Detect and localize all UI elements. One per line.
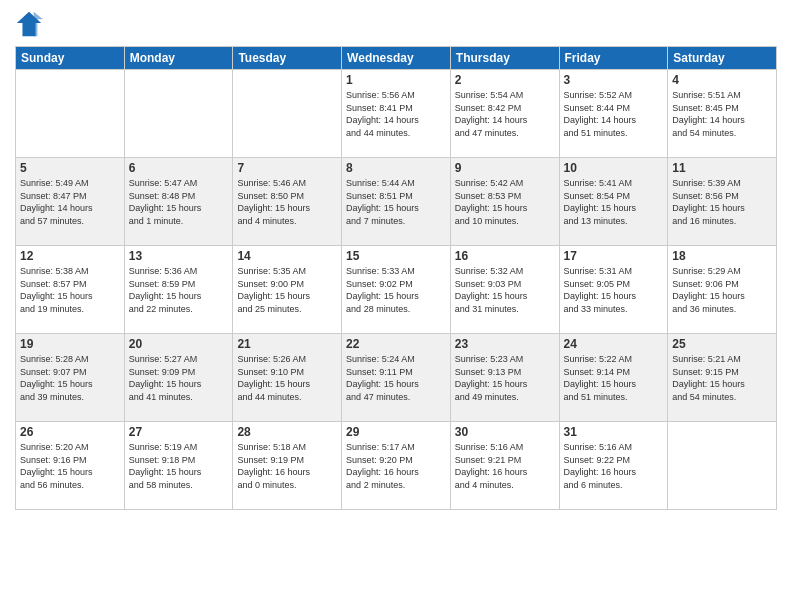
- calendar-cell: 9Sunrise: 5:42 AM Sunset: 8:53 PM Daylig…: [450, 158, 559, 246]
- calendar-week-4: 19Sunrise: 5:28 AM Sunset: 9:07 PM Dayli…: [16, 334, 777, 422]
- weekday-header-wednesday: Wednesday: [342, 47, 451, 70]
- day-number: 15: [346, 249, 446, 263]
- day-number: 24: [564, 337, 664, 351]
- weekday-header-monday: Monday: [124, 47, 233, 70]
- calendar-cell: 8Sunrise: 5:44 AM Sunset: 8:51 PM Daylig…: [342, 158, 451, 246]
- day-info: Sunrise: 5:24 AM Sunset: 9:11 PM Dayligh…: [346, 353, 446, 403]
- day-info: Sunrise: 5:51 AM Sunset: 8:45 PM Dayligh…: [672, 89, 772, 139]
- calendar-cell: 26Sunrise: 5:20 AM Sunset: 9:16 PM Dayli…: [16, 422, 125, 510]
- weekday-header-row: SundayMondayTuesdayWednesdayThursdayFrid…: [16, 47, 777, 70]
- day-number: 31: [564, 425, 664, 439]
- calendar-cell: 25Sunrise: 5:21 AM Sunset: 9:15 PM Dayli…: [668, 334, 777, 422]
- day-number: 26: [20, 425, 120, 439]
- day-number: 18: [672, 249, 772, 263]
- calendar-cell: 5Sunrise: 5:49 AM Sunset: 8:47 PM Daylig…: [16, 158, 125, 246]
- calendar-cell: [16, 70, 125, 158]
- calendar-cell: 16Sunrise: 5:32 AM Sunset: 9:03 PM Dayli…: [450, 246, 559, 334]
- day-info: Sunrise: 5:21 AM Sunset: 9:15 PM Dayligh…: [672, 353, 772, 403]
- calendar-cell: 15Sunrise: 5:33 AM Sunset: 9:02 PM Dayli…: [342, 246, 451, 334]
- day-number: 9: [455, 161, 555, 175]
- day-number: 3: [564, 73, 664, 87]
- calendar-cell: [124, 70, 233, 158]
- day-number: 4: [672, 73, 772, 87]
- page: SundayMondayTuesdayWednesdayThursdayFrid…: [0, 0, 792, 612]
- day-info: Sunrise: 5:49 AM Sunset: 8:47 PM Dayligh…: [20, 177, 120, 227]
- calendar-week-1: 1Sunrise: 5:56 AM Sunset: 8:41 PM Daylig…: [16, 70, 777, 158]
- day-info: Sunrise: 5:17 AM Sunset: 9:20 PM Dayligh…: [346, 441, 446, 491]
- day-info: Sunrise: 5:27 AM Sunset: 9:09 PM Dayligh…: [129, 353, 229, 403]
- calendar-cell: 13Sunrise: 5:36 AM Sunset: 8:59 PM Dayli…: [124, 246, 233, 334]
- day-number: 2: [455, 73, 555, 87]
- svg-marker-1: [34, 12, 43, 36]
- day-number: 1: [346, 73, 446, 87]
- day-number: 19: [20, 337, 120, 351]
- calendar-cell: 14Sunrise: 5:35 AM Sunset: 9:00 PM Dayli…: [233, 246, 342, 334]
- calendar-cell: 30Sunrise: 5:16 AM Sunset: 9:21 PM Dayli…: [450, 422, 559, 510]
- calendar-cell: 11Sunrise: 5:39 AM Sunset: 8:56 PM Dayli…: [668, 158, 777, 246]
- day-info: Sunrise: 5:35 AM Sunset: 9:00 PM Dayligh…: [237, 265, 337, 315]
- day-info: Sunrise: 5:36 AM Sunset: 8:59 PM Dayligh…: [129, 265, 229, 315]
- calendar-cell: 31Sunrise: 5:16 AM Sunset: 9:22 PM Dayli…: [559, 422, 668, 510]
- calendar-week-2: 5Sunrise: 5:49 AM Sunset: 8:47 PM Daylig…: [16, 158, 777, 246]
- day-info: Sunrise: 5:16 AM Sunset: 9:22 PM Dayligh…: [564, 441, 664, 491]
- day-number: 11: [672, 161, 772, 175]
- day-info: Sunrise: 5:26 AM Sunset: 9:10 PM Dayligh…: [237, 353, 337, 403]
- calendar-table: SundayMondayTuesdayWednesdayThursdayFrid…: [15, 46, 777, 510]
- day-info: Sunrise: 5:39 AM Sunset: 8:56 PM Dayligh…: [672, 177, 772, 227]
- day-info: Sunrise: 5:31 AM Sunset: 9:05 PM Dayligh…: [564, 265, 664, 315]
- weekday-header-thursday: Thursday: [450, 47, 559, 70]
- calendar-cell: 21Sunrise: 5:26 AM Sunset: 9:10 PM Dayli…: [233, 334, 342, 422]
- day-number: 28: [237, 425, 337, 439]
- calendar-cell: 20Sunrise: 5:27 AM Sunset: 9:09 PM Dayli…: [124, 334, 233, 422]
- day-info: Sunrise: 5:20 AM Sunset: 9:16 PM Dayligh…: [20, 441, 120, 491]
- day-info: Sunrise: 5:19 AM Sunset: 9:18 PM Dayligh…: [129, 441, 229, 491]
- day-number: 5: [20, 161, 120, 175]
- calendar-cell: 6Sunrise: 5:47 AM Sunset: 8:48 PM Daylig…: [124, 158, 233, 246]
- calendar-cell: [233, 70, 342, 158]
- calendar-cell: 17Sunrise: 5:31 AM Sunset: 9:05 PM Dayli…: [559, 246, 668, 334]
- day-info: Sunrise: 5:29 AM Sunset: 9:06 PM Dayligh…: [672, 265, 772, 315]
- day-info: Sunrise: 5:44 AM Sunset: 8:51 PM Dayligh…: [346, 177, 446, 227]
- day-number: 13: [129, 249, 229, 263]
- calendar-cell: 18Sunrise: 5:29 AM Sunset: 9:06 PM Dayli…: [668, 246, 777, 334]
- weekday-header-sunday: Sunday: [16, 47, 125, 70]
- day-number: 23: [455, 337, 555, 351]
- logo-icon: [15, 10, 43, 38]
- calendar-cell: 27Sunrise: 5:19 AM Sunset: 9:18 PM Dayli…: [124, 422, 233, 510]
- calendar-cell: 28Sunrise: 5:18 AM Sunset: 9:19 PM Dayli…: [233, 422, 342, 510]
- calendar-cell: [668, 422, 777, 510]
- calendar-cell: 24Sunrise: 5:22 AM Sunset: 9:14 PM Dayli…: [559, 334, 668, 422]
- day-info: Sunrise: 5:22 AM Sunset: 9:14 PM Dayligh…: [564, 353, 664, 403]
- day-number: 27: [129, 425, 229, 439]
- day-info: Sunrise: 5:46 AM Sunset: 8:50 PM Dayligh…: [237, 177, 337, 227]
- day-number: 16: [455, 249, 555, 263]
- day-info: Sunrise: 5:38 AM Sunset: 8:57 PM Dayligh…: [20, 265, 120, 315]
- day-info: Sunrise: 5:28 AM Sunset: 9:07 PM Dayligh…: [20, 353, 120, 403]
- day-number: 10: [564, 161, 664, 175]
- day-number: 21: [237, 337, 337, 351]
- calendar-cell: 12Sunrise: 5:38 AM Sunset: 8:57 PM Dayli…: [16, 246, 125, 334]
- calendar-cell: 19Sunrise: 5:28 AM Sunset: 9:07 PM Dayli…: [16, 334, 125, 422]
- day-number: 6: [129, 161, 229, 175]
- logo: [15, 10, 47, 38]
- day-number: 30: [455, 425, 555, 439]
- day-number: 29: [346, 425, 446, 439]
- day-number: 20: [129, 337, 229, 351]
- day-info: Sunrise: 5:23 AM Sunset: 9:13 PM Dayligh…: [455, 353, 555, 403]
- day-number: 8: [346, 161, 446, 175]
- day-number: 22: [346, 337, 446, 351]
- weekday-header-saturday: Saturday: [668, 47, 777, 70]
- day-number: 17: [564, 249, 664, 263]
- day-info: Sunrise: 5:32 AM Sunset: 9:03 PM Dayligh…: [455, 265, 555, 315]
- day-info: Sunrise: 5:42 AM Sunset: 8:53 PM Dayligh…: [455, 177, 555, 227]
- day-info: Sunrise: 5:33 AM Sunset: 9:02 PM Dayligh…: [346, 265, 446, 315]
- day-info: Sunrise: 5:41 AM Sunset: 8:54 PM Dayligh…: [564, 177, 664, 227]
- calendar-cell: 29Sunrise: 5:17 AM Sunset: 9:20 PM Dayli…: [342, 422, 451, 510]
- calendar-cell: 23Sunrise: 5:23 AM Sunset: 9:13 PM Dayli…: [450, 334, 559, 422]
- calendar-cell: 4Sunrise: 5:51 AM Sunset: 8:45 PM Daylig…: [668, 70, 777, 158]
- day-info: Sunrise: 5:52 AM Sunset: 8:44 PM Dayligh…: [564, 89, 664, 139]
- day-info: Sunrise: 5:47 AM Sunset: 8:48 PM Dayligh…: [129, 177, 229, 227]
- day-number: 12: [20, 249, 120, 263]
- day-number: 25: [672, 337, 772, 351]
- calendar-cell: 3Sunrise: 5:52 AM Sunset: 8:44 PM Daylig…: [559, 70, 668, 158]
